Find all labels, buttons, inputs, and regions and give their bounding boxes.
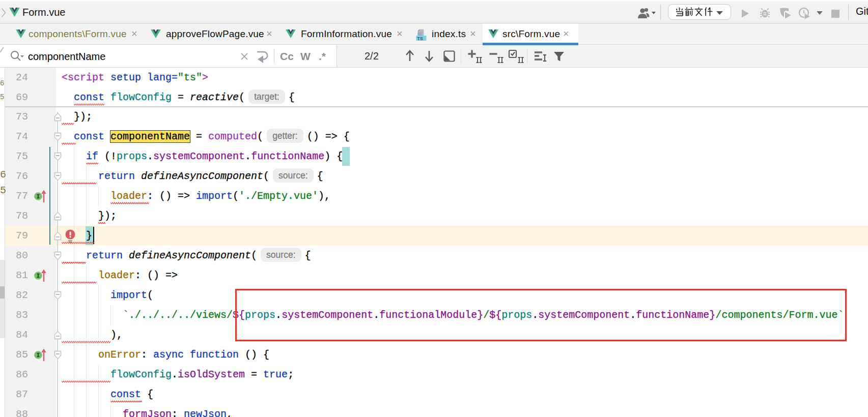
svg-text:TS: TS	[417, 36, 423, 41]
